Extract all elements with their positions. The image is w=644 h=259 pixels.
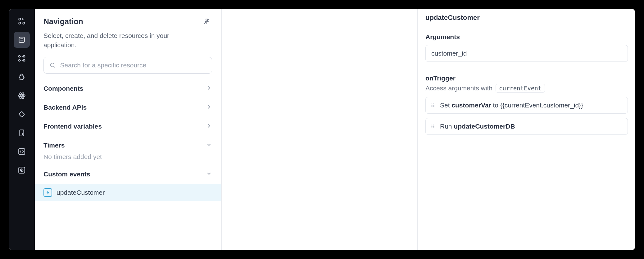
svg-point-34 bbox=[433, 103, 434, 104]
svg-point-42 bbox=[433, 126, 434, 127]
trigger-section: onTrigger Access arguments with currentE… bbox=[418, 68, 635, 141]
rail-diamond-icon[interactable] bbox=[14, 106, 30, 122]
svg-point-11 bbox=[23, 60, 25, 61]
canvas-area[interactable] bbox=[222, 9, 418, 250]
chevron-right-icon bbox=[206, 85, 212, 93]
svg-point-38 bbox=[433, 106, 434, 107]
svg-point-41 bbox=[432, 126, 433, 127]
svg-line-17 bbox=[19, 79, 20, 79]
svg-point-1 bbox=[19, 22, 21, 24]
trigger-hint-text: Access arguments with bbox=[425, 84, 492, 92]
rail-preview-icon[interactable] bbox=[14, 162, 30, 178]
svg-line-32 bbox=[54, 66, 55, 68]
chevron-right-icon bbox=[206, 104, 212, 111]
action-set-variable[interactable]: Set customerVar to {{currentEvent.custom… bbox=[425, 97, 628, 114]
section-label: Custom events bbox=[43, 170, 90, 178]
custom-event-item[interactable]: updateCustomer bbox=[35, 184, 221, 201]
svg-point-19 bbox=[21, 95, 22, 96]
svg-line-15 bbox=[19, 76, 20, 76]
svg-point-8 bbox=[19, 56, 20, 57]
svg-point-12 bbox=[20, 75, 24, 80]
section-label: Components bbox=[43, 85, 83, 92]
svg-point-37 bbox=[432, 106, 433, 107]
arguments-heading: Arguments bbox=[425, 33, 628, 41]
argument-name: customer_id bbox=[431, 50, 467, 57]
svg-point-31 bbox=[50, 63, 54, 67]
section-frontend-variables[interactable]: Frontend variables bbox=[35, 117, 221, 136]
section-custom-events[interactable]: Custom events bbox=[35, 165, 221, 184]
panel-description: Select, create, and delete resources in … bbox=[43, 31, 193, 50]
trigger-hint: Access arguments with currentEvent bbox=[425, 84, 628, 93]
chevron-right-icon bbox=[206, 123, 212, 130]
trigger-hint-code: currentEvent bbox=[496, 84, 545, 93]
search-input[interactable] bbox=[60, 61, 206, 69]
svg-rect-26 bbox=[19, 167, 25, 173]
icon-rail bbox=[9, 9, 35, 250]
rail-code-icon[interactable] bbox=[14, 143, 30, 160]
action-run-query[interactable]: Run updateCustomerDB bbox=[425, 118, 628, 135]
svg-point-40 bbox=[433, 125, 434, 125]
rail-navigation-icon[interactable] bbox=[14, 32, 30, 48]
custom-event-label: updateCustomer bbox=[57, 189, 105, 196]
trigger-heading: onTrigger bbox=[425, 75, 628, 82]
svg-point-33 bbox=[432, 103, 433, 104]
svg-rect-24 bbox=[20, 130, 24, 136]
svg-point-36 bbox=[433, 105, 434, 106]
pin-icon bbox=[203, 18, 211, 25]
panel-title: Navigation bbox=[43, 17, 83, 26]
search-field[interactable] bbox=[43, 57, 212, 74]
svg-point-9 bbox=[19, 60, 20, 61]
svg-line-18 bbox=[23, 79, 24, 79]
section-label: Timers bbox=[43, 142, 65, 149]
svg-point-27 bbox=[20, 169, 23, 172]
properties-panel: updateCustomer Arguments customer_id onT… bbox=[418, 9, 635, 250]
svg-point-43 bbox=[432, 127, 433, 128]
rail-device-icon[interactable] bbox=[14, 125, 30, 141]
svg-point-4 bbox=[23, 22, 25, 24]
drag-handle-icon[interactable] bbox=[430, 124, 436, 129]
chevron-down-icon bbox=[206, 142, 212, 149]
timers-empty-text: No timers added yet bbox=[35, 153, 221, 165]
app-window: Navigation Select, create, and delete re… bbox=[9, 9, 635, 250]
section-components[interactable]: Components bbox=[35, 79, 221, 98]
rail-atom-icon[interactable] bbox=[14, 88, 30, 104]
action-text: Set customerVar to {{currentEvent.custom… bbox=[440, 102, 583, 109]
svg-point-44 bbox=[433, 127, 434, 128]
action-text: Run updateCustomerDB bbox=[440, 123, 515, 130]
svg-point-28 bbox=[21, 170, 22, 171]
navigation-panel: Navigation Select, create, and delete re… bbox=[35, 9, 222, 250]
svg-point-35 bbox=[432, 105, 433, 106]
drag-handle-icon[interactable] bbox=[430, 102, 436, 108]
arguments-section: Arguments customer_id bbox=[418, 27, 635, 68]
svg-line-16 bbox=[23, 76, 24, 76]
section-timers[interactable]: Timers bbox=[35, 136, 221, 155]
props-title: updateCustomer bbox=[418, 9, 635, 27]
search-icon bbox=[49, 62, 56, 69]
rail-add-node-icon[interactable] bbox=[14, 13, 30, 29]
argument-row[interactable]: customer_id bbox=[425, 45, 628, 62]
pin-button[interactable] bbox=[202, 16, 212, 27]
svg-rect-23 bbox=[19, 111, 25, 117]
section-backend-apis[interactable]: Backend APIs bbox=[35, 98, 221, 117]
rail-branches-icon[interactable] bbox=[14, 50, 30, 66]
rail-bug-icon[interactable] bbox=[14, 69, 30, 85]
svg-point-0 bbox=[19, 18, 21, 20]
svg-point-10 bbox=[23, 56, 25, 57]
section-label: Frontend variables bbox=[43, 123, 102, 130]
chevron-down-icon bbox=[206, 170, 212, 178]
lightning-icon bbox=[43, 188, 52, 197]
svg-point-39 bbox=[432, 125, 433, 125]
section-label: Backend APIs bbox=[43, 104, 87, 111]
